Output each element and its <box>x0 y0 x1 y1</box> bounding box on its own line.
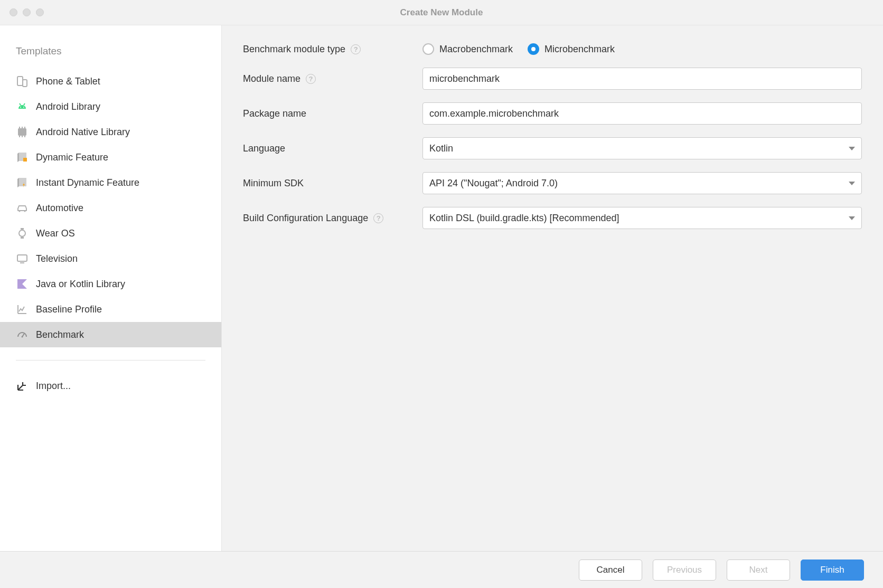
template-benchmark[interactable]: Benchmark <box>0 322 221 347</box>
chevron-down-icon <box>849 147 855 150</box>
template-label: Wear OS <box>36 228 75 239</box>
previous-button[interactable]: Previous <box>653 559 716 581</box>
svg-point-15 <box>24 211 26 212</box>
select-value: API 24 ("Nougat"; Android 7.0) <box>429 178 558 189</box>
next-button[interactable]: Next <box>727 559 790 581</box>
template-automotive[interactable]: Automotive <box>0 195 221 221</box>
sidebar-import[interactable]: Import... <box>0 373 221 399</box>
dialog-footer: Cancel Previous Next Finish <box>0 551 883 588</box>
svg-point-2 <box>20 107 21 108</box>
svg-rect-1 <box>23 80 27 87</box>
import-label: Import... <box>36 381 71 392</box>
svg-point-3 <box>23 107 24 108</box>
build-config-language-label: Build Configuration Language ? <box>243 213 422 224</box>
window-controls <box>10 8 44 16</box>
language-label: Language <box>243 143 422 154</box>
chevron-down-icon <box>849 216 855 220</box>
svg-line-5 <box>24 103 25 105</box>
benchmark-type-radios: Macrobenchmark Microbenchmark <box>422 43 862 55</box>
module-name-input[interactable]: microbenchmark <box>422 68 862 90</box>
minimize-window-button[interactable] <box>23 8 31 16</box>
svg-point-16 <box>19 230 25 236</box>
radio-macrobenchmark[interactable]: Macrobenchmark <box>422 43 513 55</box>
template-android-library[interactable]: Android Library <box>0 94 221 119</box>
template-list: Phone & Tablet Android Library <box>0 69 221 347</box>
create-module-dialog: Create New Module Templates Phone & Tabl… <box>0 0 883 588</box>
template-wear-os[interactable]: Wear OS <box>0 221 221 246</box>
sidebar-divider <box>16 360 205 361</box>
help-icon[interactable]: ? <box>306 74 316 84</box>
help-icon[interactable]: ? <box>373 213 383 223</box>
import-icon <box>16 380 29 392</box>
template-label: Android Native Library <box>36 127 130 138</box>
template-instant-dynamic-feature[interactable]: Instant Dynamic Feature <box>0 170 221 195</box>
dynamic-feature-icon <box>16 151 29 164</box>
template-label: Android Library <box>36 101 100 112</box>
radio-label: Microbenchmark <box>544 44 615 55</box>
select-value: Kotlin DSL (build.gradle.kts) [Recommend… <box>429 213 619 224</box>
template-dynamic-feature[interactable]: Dynamic Feature <box>0 145 221 170</box>
close-window-button[interactable] <box>10 8 17 16</box>
minimum-sdk-label: Minimum SDK <box>243 178 422 189</box>
minimum-sdk-select[interactable]: API 24 ("Nougat"; Android 7.0) <box>422 172 862 194</box>
svg-rect-19 <box>17 255 27 261</box>
radio-dot-icon <box>422 43 434 55</box>
template-label: Phone & Tablet <box>36 76 100 87</box>
car-icon <box>16 202 29 214</box>
svg-point-14 <box>19 211 21 212</box>
benchmark-icon <box>16 328 29 341</box>
input-value: microbenchmark <box>429 73 500 84</box>
template-label: Baseline Profile <box>36 304 102 315</box>
benchmark-type-label: Benchmark module type ? <box>243 44 422 55</box>
svg-rect-0 <box>17 77 23 86</box>
module-name-label: Module name ? <box>243 73 422 84</box>
template-baseline-profile[interactable]: Baseline Profile <box>0 297 221 322</box>
template-java-kotlin-library[interactable]: Java or Kotlin Library <box>0 271 221 297</box>
tv-icon <box>16 252 29 265</box>
template-label: Dynamic Feature <box>36 152 108 163</box>
instant-dynamic-feature-icon <box>16 176 29 189</box>
template-android-native-library[interactable]: Android Native Library <box>0 119 221 145</box>
language-select[interactable]: Kotlin <box>422 137 862 159</box>
radio-dot-checked-icon <box>528 43 539 55</box>
svg-point-24 <box>22 336 23 338</box>
input-value: com.example.microbenchmark <box>429 108 559 119</box>
template-label: Java or Kotlin Library <box>36 279 125 290</box>
phone-tablet-icon <box>16 75 29 88</box>
template-label: Automotive <box>36 203 83 214</box>
chevron-down-icon <box>849 182 855 185</box>
dialog-title: Create New Module <box>400 7 483 18</box>
android-icon <box>16 100 29 113</box>
svg-line-4 <box>20 103 21 105</box>
form-panel: Benchmark module type ? Macrobenchmark M… <box>222 25 883 551</box>
select-value: Kotlin <box>429 143 453 154</box>
finish-button[interactable]: Finish <box>801 559 864 581</box>
titlebar: Create New Module <box>0 0 883 25</box>
radio-microbenchmark[interactable]: Microbenchmark <box>528 43 615 55</box>
template-phone-tablet[interactable]: Phone & Tablet <box>0 69 221 94</box>
templates-header: Templates <box>0 43 221 69</box>
svg-rect-17 <box>21 228 24 230</box>
templates-sidebar: Templates Phone & Tablet <box>0 25 222 551</box>
build-config-language-select[interactable]: Kotlin DSL (build.gradle.kts) [Recommend… <box>422 207 862 229</box>
package-name-input[interactable]: com.example.microbenchmark <box>422 102 862 125</box>
template-label: Benchmark <box>36 329 84 340</box>
svg-rect-6 <box>18 128 26 136</box>
kotlin-icon <box>16 278 29 290</box>
svg-rect-13 <box>23 158 27 162</box>
zoom-window-button[interactable] <box>36 8 44 16</box>
help-icon[interactable]: ? <box>351 44 361 54</box>
template-television[interactable]: Television <box>0 246 221 271</box>
radio-label: Macrobenchmark <box>439 44 513 55</box>
package-name-label: Package name <box>243 108 422 119</box>
cancel-button[interactable]: Cancel <box>579 559 642 581</box>
template-label: Television <box>36 253 78 264</box>
template-label: Instant Dynamic Feature <box>36 177 139 188</box>
native-library-icon <box>16 126 29 138</box>
watch-icon <box>16 227 29 240</box>
baseline-profile-icon <box>16 303 29 316</box>
svg-rect-18 <box>21 237 24 239</box>
